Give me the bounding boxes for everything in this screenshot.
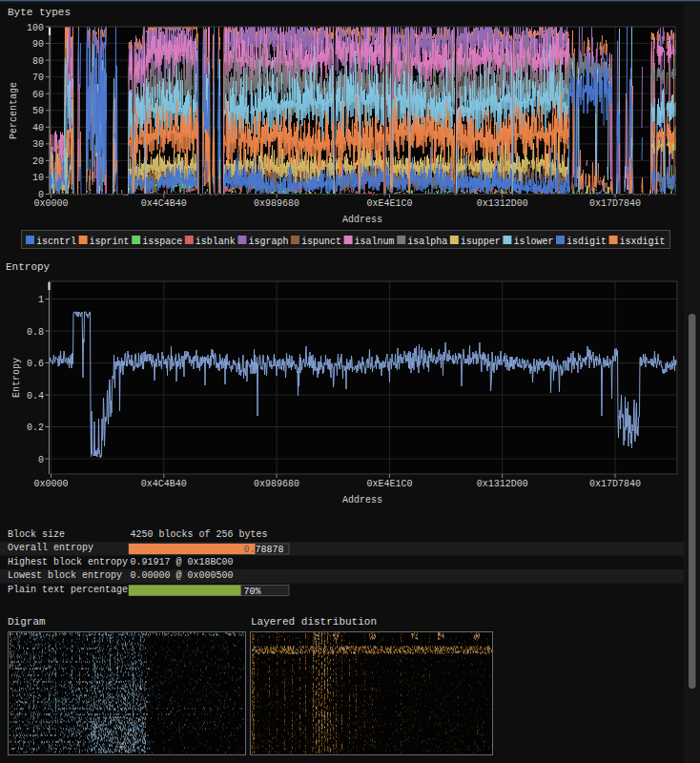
svg-text:0.6: 0.6 (27, 359, 44, 369)
svg-text:isalnum: isalnum (355, 237, 395, 247)
svg-text:4250 blocks of 256 bytes: 4250 blocks of 256 bytes (131, 529, 268, 540)
svg-text:100: 100 (27, 23, 44, 33)
svg-text:0x0000: 0x0000 (33, 198, 68, 209)
svg-text:Percentage: Percentage (9, 82, 19, 139)
svg-text:isgraph: isgraph (248, 237, 288, 247)
svg-text:0: 0 (38, 455, 44, 465)
svg-text:ispunct: ispunct (301, 237, 341, 247)
svg-text:iscntrl: iscntrl (36, 237, 76, 247)
svg-text:0x989680: 0x989680 (254, 198, 299, 209)
svg-text:Address: Address (342, 495, 382, 505)
svg-text:0.2: 0.2 (27, 423, 44, 433)
svg-text:Entropy: Entropy (11, 358, 22, 398)
svg-text:70: 70 (32, 72, 44, 83)
svg-text:Entropy: Entropy (6, 261, 51, 273)
svg-text:50: 50 (32, 106, 44, 116)
svg-text:0x1312D00: 0x1312D00 (477, 198, 528, 209)
svg-text:isxdigit: isxdigit (620, 237, 666, 247)
svg-text:0x1312D00: 0x1312D00 (477, 479, 528, 489)
svg-text:isspace: isspace (142, 237, 182, 247)
svg-text:Digram: Digram (8, 616, 46, 628)
svg-text:0x989680: 0x989680 (254, 479, 299, 489)
svg-text:0x17D7840: 0x17D7840 (589, 479, 641, 489)
svg-text:80: 80 (32, 56, 44, 67)
svg-text:Block size: Block size (8, 529, 65, 540)
svg-text:0.91917 @ 0x18BC00: 0.91917 @ 0x18BC00 (131, 557, 234, 567)
svg-text:isprint: isprint (90, 237, 130, 247)
svg-text:isblank: isblank (196, 237, 236, 247)
svg-text:Highest block entropy: Highest block entropy (8, 557, 128, 567)
svg-text:10: 10 (32, 173, 44, 183)
svg-text:Overall entropy: Overall entropy (8, 543, 93, 553)
svg-text:0x4C4B40: 0x4C4B40 (141, 479, 187, 489)
svg-text:0xE4E1C0: 0xE4E1C0 (366, 479, 412, 489)
svg-text:0x4C4B40: 0x4C4B40 (141, 198, 187, 209)
svg-text:1: 1 (38, 295, 44, 305)
svg-text:isalpha: isalpha (407, 237, 447, 247)
svg-text:Lowest block entropy: Lowest block entropy (8, 570, 122, 581)
svg-text:70%: 70% (244, 587, 261, 597)
svg-text:isupper: isupper (461, 237, 501, 247)
svg-text:20: 20 (32, 156, 44, 167)
svg-text:90: 90 (32, 39, 44, 50)
svg-text:islower: islower (513, 237, 553, 247)
svg-text:0.00000 @ 0x000500: 0.00000 @ 0x000500 (131, 570, 234, 581)
svg-text:0x17D7840: 0x17D7840 (589, 198, 641, 209)
svg-text:0x0000: 0x0000 (33, 479, 68, 489)
svg-text:Plain text percentage: Plain text percentage (8, 585, 128, 595)
svg-text:0.4: 0.4 (27, 391, 44, 402)
svg-text:30: 30 (32, 139, 44, 150)
svg-text:0.8: 0.8 (27, 327, 44, 338)
svg-text:0xE4E1C0: 0xE4E1C0 (366, 198, 412, 209)
svg-text:isdigit: isdigit (566, 237, 607, 247)
svg-text:Layered distribution: Layered distribution (251, 616, 377, 628)
svg-text:40: 40 (32, 123, 44, 134)
svg-text:Address: Address (342, 215, 382, 225)
svg-text:60: 60 (32, 90, 44, 100)
svg-text:Byte types: Byte types (8, 7, 71, 18)
